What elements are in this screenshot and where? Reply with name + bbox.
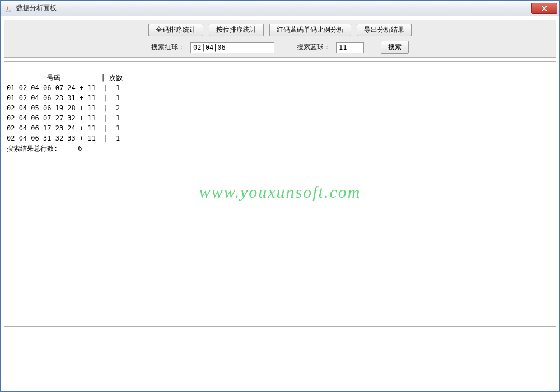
blue-input[interactable] [336,42,364,53]
search-row: 搜索红球： 搜索蓝球： 搜索 [151,41,409,54]
export-button[interactable]: 导出分析结果 [357,24,412,36]
blue-label: 搜索蓝球： [297,43,330,52]
client-area: 全码排序统计 按位排序统计 红码蓝码单码比例分析 导出分析结果 搜索红球： 搜索… [1,16,559,391]
results-row: 02 04 06 07 27 32 + 11 | 1 [7,114,120,122]
results-row: 02 04 06 31 32 33 + 11 | 1 [7,134,120,142]
results-row: 02 04 05 06 19 28 + 11 | 2 [7,104,120,112]
results-row: 02 04 06 17 23 24 + 11 | 1 [7,124,120,132]
ratio-button[interactable]: 红码蓝码单码比例分析 [269,24,351,36]
search-button[interactable]: 搜索 [381,41,409,54]
app-window: 数据分析面板 全码排序统计 按位排序统计 红码蓝码单码比例分析 导出分析结果 搜… [0,0,560,392]
pos-sort-button[interactable]: 按位排序统计 [209,24,264,36]
text-cursor [7,329,7,337]
results-row: 01 02 04 06 23 31 + 11 | 1 [7,94,120,102]
results-area[interactable]: 号码 | 次数 01 02 04 06 07 24 + 11 | 1 01 02… [4,61,556,323]
bottom-textarea[interactable] [4,326,556,388]
red-input[interactable] [190,42,274,53]
results-header: 号码 | 次数 [7,74,123,82]
button-row: 全码排序统计 按位排序统计 红码蓝码单码比例分析 导出分析结果 [148,24,412,36]
red-label: 搜索红球： [151,43,185,52]
results-total: 搜索结果总行数: 6 [7,144,82,152]
close-icon [542,6,547,11]
results-row: 01 02 04 06 07 24 + 11 | 1 [7,84,120,92]
full-sort-button[interactable]: 全码排序统计 [148,24,203,36]
titlebar[interactable]: 数据分析面板 [1,1,559,16]
java-icon [4,4,13,13]
window-title: 数据分析面板 [16,3,531,13]
watermark: www.youxunsoft.com [199,187,361,197]
toolbar-panel: 全码排序统计 按位排序统计 红码蓝码单码比例分析 导出分析结果 搜索红球： 搜索… [4,20,556,58]
close-button[interactable] [531,3,557,14]
